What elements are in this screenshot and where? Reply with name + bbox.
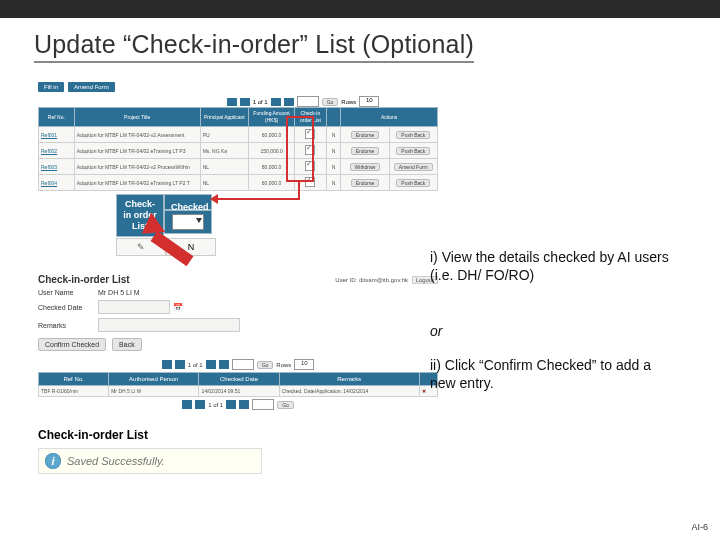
colB-ref: Ref No. — [39, 373, 109, 386]
table-row: Ref002 Adoption for MTBF LM TR-04/02 eTr… — [39, 143, 438, 159]
calendar-icon[interactable]: 📅 — [173, 303, 183, 312]
cell-amount: 80,000.0 — [248, 159, 294, 175]
screenshot-saved-confirmation: Check-in-order List i Saved Successfully… — [38, 428, 438, 474]
pager-last-icon[interactable] — [239, 400, 249, 409]
popout-row: ✎ N — [116, 238, 216, 256]
colB-date: Checked Date — [199, 373, 279, 386]
popout-checkin-columns: Check-in order List Checked — [116, 194, 212, 237]
cellB-remarks: Checked. Date/Application: 14/02/2014 — [279, 386, 419, 397]
pager-top: 1 of 1 Go Rows 10 — [38, 96, 438, 107]
cell-checkbox[interactable] — [295, 127, 326, 143]
check-icon — [305, 145, 315, 155]
cell-action[interactable]: Push Back — [389, 127, 437, 143]
value-user-name: Mr DH 5 LI M — [98, 289, 140, 296]
cell-flag: N — [326, 127, 341, 143]
tabs-row: Fill in Amend Form — [38, 82, 438, 92]
cell-ref[interactable]: Ref003 — [39, 159, 75, 175]
pager-first-icon[interactable] — [182, 400, 192, 409]
pager-last-icon[interactable] — [219, 360, 229, 369]
cellB-ref: TBF R-01/60/nm — [39, 386, 109, 397]
pager-rows-label: Rows — [276, 362, 291, 368]
cell-ref[interactable]: Ref001 — [39, 127, 75, 143]
colB-person: Authorised Person — [109, 373, 199, 386]
table-row: Ref003 Adoption for MTBF LM TR-04/02-v2 … — [39, 159, 438, 175]
cell-action[interactable]: Endorse — [341, 175, 389, 191]
saved-heading: Check-in-order List — [38, 428, 438, 442]
cellB-person: Mr DH 5 LI M — [109, 386, 199, 397]
label-user-name: User Name — [38, 289, 98, 296]
cell-action[interactable]: Endorse — [341, 143, 389, 159]
cell-action[interactable]: Push Back — [389, 175, 437, 191]
back-button[interactable]: Back — [112, 338, 142, 351]
col-title: Project Title — [74, 108, 200, 127]
popout-edit-cell[interactable]: ✎ — [116, 238, 166, 256]
cell-pa: NL — [200, 175, 248, 191]
pager-go-button[interactable]: Go — [277, 401, 294, 409]
col-actions: Actions — [341, 108, 438, 127]
cell-ref[interactable]: Ref002 — [39, 143, 75, 159]
input-checked-date[interactable] — [98, 300, 170, 314]
pager-page-input[interactable] — [232, 359, 254, 370]
pager-last-icon[interactable] — [284, 98, 294, 106]
checked-dropdown[interactable] — [172, 214, 204, 230]
popout-dropdown-cell — [164, 210, 212, 234]
pager-first-icon[interactable] — [227, 98, 237, 106]
pager-page-input[interactable] — [252, 399, 274, 410]
form-heading: Check-in-order List — [38, 274, 130, 285]
col-checkin: Check-in order List — [295, 108, 326, 127]
cell-action[interactable]: Amend Form — [389, 159, 437, 175]
table-row: Ref004 Adoption for MTBF LM TR-04/02 eTr… — [39, 175, 438, 191]
cell-title: Adoption for MTBF LM TR-04/02 eTraining … — [74, 143, 200, 159]
slide-top-bar — [0, 0, 720, 18]
confirm-checked-button[interactable]: Confirm Checked — [38, 338, 106, 351]
popout-col-checkin: Check-in order List — [116, 194, 164, 237]
cell-ref[interactable]: Ref004 — [39, 175, 75, 191]
pager-rows-label: Rows — [341, 99, 356, 105]
cell-checkbox[interactable] — [295, 143, 326, 159]
tab-fill-in[interactable]: Fill in — [38, 82, 64, 92]
input-remarks[interactable] — [98, 318, 240, 332]
cell-amount: 60,000.0 — [248, 127, 294, 143]
col-pa: Principal Applicant — [200, 108, 248, 127]
pager-text: 1 of 1 — [208, 402, 223, 408]
cell-pa: Ms. NG Ka — [200, 143, 248, 159]
pager-page-input[interactable] — [297, 96, 319, 107]
cell-amount: 60,000.0 — [248, 175, 294, 191]
pager-next-icon[interactable] — [226, 400, 236, 409]
cellB-date: 14/02/2014 09:51 — [199, 386, 279, 397]
cell-action[interactable]: Push Back — [389, 143, 437, 159]
tab-amend-form[interactable]: Amend Form — [68, 82, 115, 92]
annotation-arrowhead-icon — [210, 194, 218, 204]
delete-icon: ✖ — [422, 388, 426, 394]
saved-message-bar: i Saved Successfully. — [38, 448, 262, 474]
cell-amount: 150,000.0 — [248, 143, 294, 159]
pager-rows-select[interactable]: 10 — [359, 96, 379, 107]
slide-title: Update “Check-in-order” List (Optional) — [34, 30, 474, 63]
cell-checkbox[interactable] — [295, 159, 326, 175]
pager-next-icon[interactable] — [271, 98, 281, 106]
pager-prev-icon[interactable] — [240, 98, 250, 106]
pager-rows-select[interactable]: 10 — [294, 359, 314, 370]
pager-prev-icon[interactable] — [195, 400, 205, 409]
table-row: Ref001 Adoption for MTBF LM TR-04/02-v2 … — [39, 127, 438, 143]
pager-next-icon[interactable] — [206, 360, 216, 369]
col-ref: Ref No. — [39, 108, 75, 127]
cell-action[interactable]: Withdraw — [341, 159, 389, 175]
project-table: Ref No. Project Title Principal Applican… — [38, 107, 438, 191]
check-icon — [305, 161, 315, 171]
pager-go-button[interactable]: Go — [257, 361, 274, 369]
pager-go-button[interactable]: Go — [322, 98, 339, 106]
pager-first-icon[interactable] — [162, 360, 172, 369]
pager-bottom-2: 1 of 1 Go — [38, 399, 438, 410]
cell-title: Adoption for MTBF LM TR-04/02-v2 Process… — [74, 159, 200, 175]
instruction-step-2: ii) Click “Confirm Checked” to add a new… — [430, 356, 680, 392]
pager-text: 1 of 1 — [188, 362, 203, 368]
instruction-step-1: i) View the details checked by AI users … — [430, 248, 680, 284]
cell-action[interactable]: Endorse — [341, 127, 389, 143]
cell-title: Adoption for MTBF LM TR-04/02-v2 Assessm… — [74, 127, 200, 143]
pager-text: 1 of 1 — [253, 99, 268, 105]
pencil-icon: ✎ — [137, 242, 145, 252]
check-icon — [305, 177, 315, 187]
pager-prev-icon[interactable] — [175, 360, 185, 369]
user-id-text: User ID: ditsam@itb.gov.hk — [335, 277, 408, 283]
